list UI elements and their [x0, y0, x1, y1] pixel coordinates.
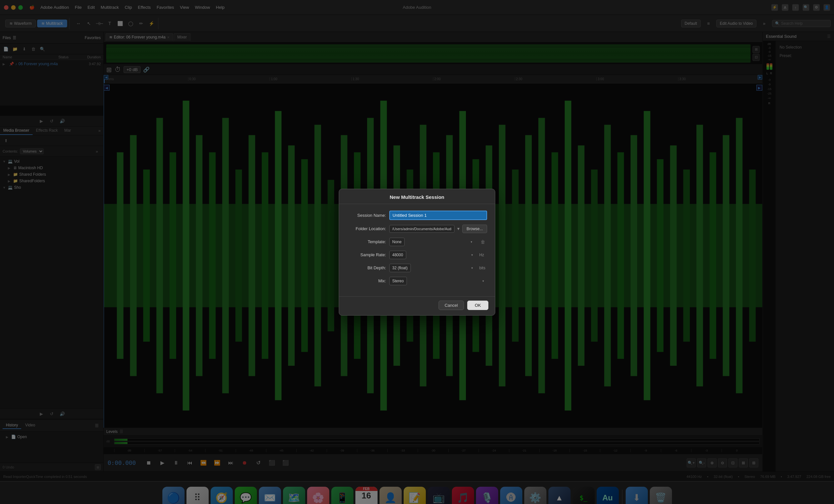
sample-rate-label: Sample Rate: [347, 252, 386, 257]
mix-select-wrapper: Stereo [389, 277, 487, 285]
modal-footer: Cancel OK [339, 296, 495, 315]
folder-path-group: ▼ Browse... [389, 225, 487, 233]
modal-title: New Multitrack Session [390, 194, 444, 200]
path-dropdown-icon: ▼ [457, 226, 460, 231]
modal-body: Session Name: Folder Location: ▼ Browse.… [339, 204, 495, 296]
session-name-input[interactable] [389, 211, 487, 220]
modal-header: New Multitrack Session [339, 189, 495, 204]
folder-label: Folder Location: [347, 226, 386, 231]
browse-button[interactable]: Browse... [462, 225, 487, 233]
mix-label: Mix: [347, 279, 386, 283]
session-name-label: Session Name: [347, 213, 386, 218]
folder-location-row: Folder Location: ▼ Browse... [347, 225, 487, 233]
bit-depth-label: Bit Depth: [347, 265, 386, 270]
new-multitrack-session-modal: New Multitrack Session Session Name: Fol… [339, 189, 495, 315]
template-delete-btn[interactable]: 🗑 [479, 238, 487, 246]
template-row: Template: None 🗑 [347, 238, 487, 246]
modal-overlay: New Multitrack Session Session Name: Fol… [0, 0, 834, 504]
sample-rate-select-wrapper: 48000 [389, 251, 476, 259]
mix-select[interactable]: Stereo [389, 277, 407, 285]
sample-rate-unit: Hz [479, 253, 487, 257]
bit-depth-row: Bit Depth: 32 (float) bits [347, 264, 487, 272]
sample-rate-row: Sample Rate: 48000 Hz [347, 251, 487, 259]
cancel-button[interactable]: Cancel [439, 301, 464, 310]
template-select-wrapper: None [389, 238, 475, 246]
bit-depth-unit: bits [479, 266, 487, 270]
folder-path-input[interactable] [389, 225, 455, 233]
session-name-row: Session Name: [347, 211, 487, 220]
template-label: Template: [347, 239, 386, 244]
ok-button[interactable]: OK [467, 301, 488, 310]
sample-rate-select[interactable]: 48000 [389, 251, 406, 259]
bit-depth-select-wrapper: 32 (float) [389, 264, 476, 272]
template-select[interactable]: None [389, 238, 404, 246]
bit-depth-select[interactable]: 32 (float) [389, 264, 411, 272]
mix-row: Mix: Stereo [347, 277, 487, 285]
